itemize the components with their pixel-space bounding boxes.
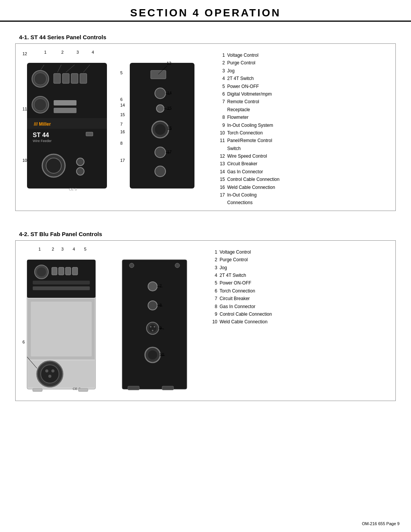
svg-text:Wire Feeder: Wire Feeder [33,139,52,143]
callout-4-st44: 4 [92,50,94,54]
bf-legend-item-6: 6Torch Connection [210,287,392,295]
bf-legend-item-4: 42T 4T Switch [210,272,392,279]
svg-point-76 [148,350,157,359]
svg-rect-51 [33,281,90,284]
svg-text:CE S: CE S [69,187,77,191]
section1-diagram-wrapper: 1 2 3 4 5 6 7 8 17 14 15 16 12 11 10 [15,43,396,211]
svg-point-32 [155,124,166,135]
svg-point-60 [48,375,51,378]
svg-text:/// Miller: /// Miller [34,121,51,127]
svg-rect-63 [78,388,88,391]
svg-rect-48 [59,267,64,275]
callout-1-st44: 1 [44,50,46,54]
svg-text:15: 15 [167,106,172,110]
svg-point-8 [34,99,46,111]
svg-rect-10 [54,108,76,113]
section2-legend: 1Voltage Control 2Purge Control 3Jog 42T… [198,244,392,326]
svg-rect-6 [80,73,87,83]
legend-item-5: 5Power ON-OFF [217,83,392,90]
blufab-front-panel: CE S [19,256,103,397]
svg-point-33 [155,147,166,158]
svg-point-19 [76,168,84,175]
callout-14-st44: 14 [120,103,125,107]
section1-diagrams-row: 1 2 3 4 5 6 7 8 17 14 15 16 12 11 10 [19,48,392,207]
svg-rect-47 [52,267,57,275]
callout-16-st44: 16 [120,129,125,134]
svg-point-46 [37,267,46,276]
svg-point-2 [34,73,46,85]
legend-item-10: 10Torch Connection [217,129,392,137]
svg-text:8: 8 [159,303,162,307]
bf-callout-5: 5 [84,247,86,251]
svg-rect-62 [33,388,42,391]
svg-point-74 [152,330,153,331]
legend-item-15: 15Control Cable Connection [217,176,392,183]
svg-rect-26 [151,70,166,79]
legend-item-3: 3Jog [217,67,392,75]
section2-legend-list: 1Voltage Control 2Purge Control 3Jog 42T… [210,248,392,326]
legend-item-16: 16Weld Cable Connection [217,184,392,191]
page-footer: OM-216 655 Page 9 [362,521,400,526]
svg-point-34 [155,166,166,177]
svg-point-73 [154,326,155,328]
svg-rect-49 [65,267,71,275]
svg-rect-3 [54,73,61,83]
legend-item-1: 1Voltage Control [217,51,392,59]
bf-legend-item-2: 2Purge Control [210,256,392,264]
svg-rect-78 [162,386,174,390]
legend-item-9: 9In-Out Cooling System [217,121,392,129]
svg-rect-52 [33,286,90,290]
svg-point-69 [148,301,157,310]
svg-text:14: 14 [167,91,172,95]
svg-point-30 [156,105,164,112]
callout-11-st44: 11 [22,107,27,111]
svg-rect-4 [62,73,69,83]
svg-rect-9 [54,100,76,105]
bf-legend-item-3: 3Jog [210,264,392,272]
callout-7-st44: 7 [120,122,123,126]
svg-point-67 [175,263,180,268]
svg-rect-15 [86,132,93,136]
bf-legend-item-1: 1Voltage Control [210,248,392,256]
section1-legend-list: 1Voltage Control 2Purge Control 3Jog 42T… [217,51,392,207]
svg-rect-54 [31,302,92,356]
legend-item-17: 17In-Out Cooling [217,191,392,199]
page-header: SECTION 4 OPERATION [0,0,411,22]
bf-legend-item-8: 8Gas In Connector [210,303,392,310]
bf-callout-1: 1 [38,247,41,251]
svg-rect-50 [72,267,78,275]
bf-callout-2: 2 [52,247,54,251]
callout-3-st44: 3 [76,50,79,54]
section1-left-figures: 1 2 3 4 5 6 7 8 17 14 15 16 12 11 10 [19,48,202,196]
st44-front-panel: /// Miller ST 44 Wire Feeder CE S [19,59,111,196]
svg-rect-77 [128,386,139,390]
legend-item-12: 12Wire Speed Control [217,152,392,160]
svg-point-57 [41,365,59,383]
svg-point-72 [150,326,151,328]
svg-point-59 [51,369,54,372]
svg-point-66 [129,263,134,268]
svg-text:9: 9 [159,326,162,330]
bf-callout-6: 6 [22,340,25,344]
callout-10-st44: 10 [22,158,27,163]
section-st44: 4-1. ST 44 Series Panel Controls 1 2 3 4… [8,29,403,219]
st44-rear-panel: 13 14 15 [126,59,202,196]
section2-diagrams-row: 1 2 3 4 5 6 [19,244,392,397]
callout-15-st44: 15 [120,112,125,117]
legend-item-6: 6Digital Voltmeter/mpm [217,90,392,98]
bf-callout-3: 3 [61,247,64,251]
legend-item-14: 14Gas In Connector [217,168,392,176]
legend-item-17b: Connections [217,199,392,206]
callout-8-st44: 8 [120,141,123,145]
bf-callout-4: 4 [73,247,75,251]
callout-6-st44: 6 [120,97,123,102]
legend-item-8: 8Flowmeter [217,113,392,121]
bf-legend-item-10: 10Weld Cable Connection [210,318,392,326]
svg-point-18 [76,158,84,166]
section2-diagram-wrapper: 1 2 3 4 5 6 [15,240,396,401]
legend-item-7b: Receptacle [217,106,392,113]
svg-point-68 [148,282,157,291]
page-title: SECTION 4 OPERATION [0,7,411,19]
svg-rect-5 [71,73,78,83]
blufab-rear-panel: 7 8 9 10 [118,256,194,397]
